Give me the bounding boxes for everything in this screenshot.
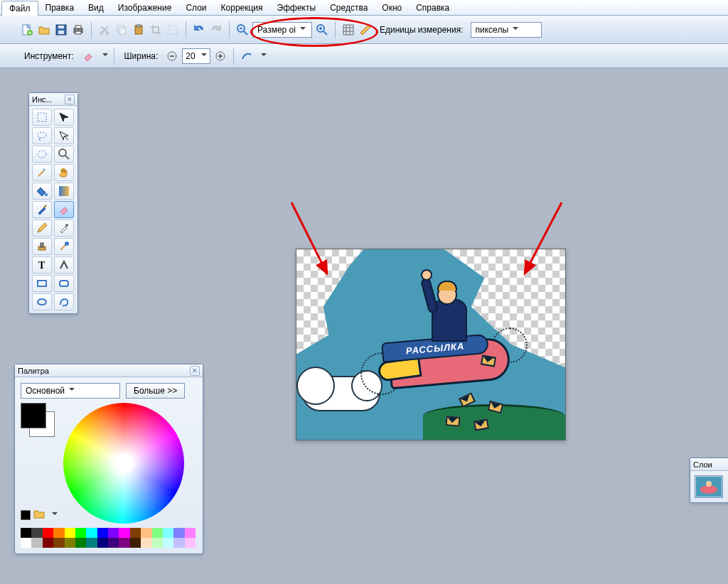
swatch-row[interactable]: [21, 528, 196, 548]
tool-eyedropper[interactable]: [54, 220, 74, 237]
swatch[interactable]: [43, 538, 53, 548]
swatch[interactable]: [31, 528, 42, 538]
swatch[interactable]: [152, 528, 163, 538]
swatch[interactable]: [86, 528, 97, 538]
tool-clone[interactable]: [32, 238, 52, 255]
mini-black-swatch[interactable]: [21, 510, 31, 520]
swatch[interactable]: [31, 538, 42, 548]
copy-icon[interactable]: [114, 23, 129, 37]
swatch[interactable]: [163, 528, 173, 538]
menu-image[interactable]: Изображение: [111, 1, 179, 15]
deselect-icon[interactable]: [166, 23, 180, 37]
zoom-in-icon[interactable]: [315, 23, 329, 37]
tool-move[interactable]: [54, 109, 74, 126]
palette-more-button[interactable]: Больше >>: [126, 383, 185, 399]
antialias-dropdown-icon[interactable]: [257, 51, 267, 61]
swatch[interactable]: [163, 538, 173, 548]
tool-eraser[interactable]: [54, 201, 74, 218]
print-icon[interactable]: [71, 23, 85, 37]
panel-close-icon[interactable]: ✕: [65, 94, 75, 104]
swatch[interactable]: [141, 538, 151, 548]
tool-rect[interactable]: [32, 275, 52, 292]
tool-zoom[interactable]: [54, 146, 74, 163]
brush-width-field[interactable]: 20: [182, 48, 210, 64]
tool-gradient[interactable]: [54, 183, 74, 200]
menu-help[interactable]: Справка: [409, 1, 456, 15]
swatch[interactable]: [173, 528, 184, 538]
swatch[interactable]: [21, 538, 31, 548]
menu-effects[interactable]: Эффекты: [270, 1, 323, 15]
new-file-icon[interactable]: [20, 23, 34, 37]
save-icon[interactable]: [54, 23, 68, 37]
swatch[interactable]: [86, 538, 97, 548]
cut-icon[interactable]: [97, 23, 112, 37]
tool-bucket[interactable]: [32, 183, 52, 200]
menu-file[interactable]: Файл: [1, 1, 38, 16]
tools-panel-header[interactable]: Инс... ✕: [29, 93, 77, 106]
palette-panel-header[interactable]: Палитра ✕: [15, 364, 203, 377]
tool-brush[interactable]: [32, 201, 52, 218]
redo-icon[interactable]: [209, 23, 223, 37]
swatch[interactable]: [119, 538, 129, 548]
tool-ellipse-select[interactable]: [32, 146, 52, 163]
swatch[interactable]: [65, 538, 75, 548]
swatch[interactable]: [152, 538, 163, 548]
swatch[interactable]: [130, 528, 141, 538]
units-combo[interactable]: пикселы: [471, 22, 542, 38]
swatch[interactable]: [173, 538, 184, 548]
swatch[interactable]: [53, 528, 64, 538]
menu-layers[interactable]: Слои: [178, 1, 213, 15]
layer-thumbnail[interactable]: [695, 475, 723, 498]
tool-roundrect[interactable]: [54, 275, 74, 292]
swatch[interactable]: [65, 528, 75, 538]
width-decrease-icon[interactable]: [165, 49, 179, 63]
menu-tools[interactable]: Средства: [323, 1, 375, 15]
tool-pencil[interactable]: [32, 220, 52, 237]
swatch[interactable]: [75, 538, 86, 548]
swatch[interactable]: [53, 538, 64, 548]
swatch[interactable]: [185, 528, 196, 538]
tool-pan[interactable]: [54, 164, 74, 181]
swatch[interactable]: [141, 528, 151, 538]
menu-view[interactable]: Вид: [81, 1, 111, 15]
swatch[interactable]: [21, 528, 31, 538]
tool-recolor[interactable]: [54, 238, 74, 255]
swatch[interactable]: [97, 528, 108, 538]
swatch[interactable]: [75, 528, 86, 538]
swatch[interactable]: [108, 538, 119, 548]
width-increase-icon[interactable]: [213, 49, 228, 63]
undo-icon[interactable]: [192, 23, 206, 37]
tool-ellipse[interactable]: [32, 293, 52, 310]
document-canvas[interactable]: РАССЫЛКА: [296, 249, 566, 440]
ruler-icon[interactable]: [358, 23, 373, 37]
color-wheel[interactable]: [63, 403, 184, 524]
crop-icon[interactable]: [149, 23, 163, 37]
current-tool-eraser-icon[interactable]: [81, 49, 95, 63]
palette-folder-icon[interactable]: [33, 508, 45, 521]
paste-icon[interactable]: [132, 23, 146, 37]
panel-close-icon[interactable]: ✕: [190, 366, 200, 376]
swatch[interactable]: [108, 528, 119, 538]
antialias-icon[interactable]: [240, 49, 254, 63]
palette-mode-combo[interactable]: Основной: [21, 383, 120, 399]
tool-magic-wand[interactable]: [32, 164, 52, 181]
swatch[interactable]: [185, 538, 196, 548]
open-file-icon[interactable]: [37, 23, 51, 37]
tool-dropdown-icon[interactable]: [98, 51, 108, 61]
zoom-level-combo[interactable]: Размер оі: [252, 22, 312, 38]
menu-window[interactable]: Окно: [375, 1, 409, 15]
tool-freeform[interactable]: [54, 293, 74, 310]
fg-bg-swatches[interactable]: [21, 403, 55, 437]
zoom-out-icon[interactable]: [235, 23, 250, 37]
tool-rect-select[interactable]: [32, 109, 52, 126]
palette-folder-dropdown[interactable]: [48, 510, 58, 520]
tool-text[interactable]: T: [32, 256, 52, 274]
swatch[interactable]: [97, 538, 108, 548]
tool-shapes[interactable]: [54, 256, 74, 274]
fg-swatch[interactable]: [21, 403, 46, 428]
grid-icon[interactable]: [341, 23, 355, 37]
swatch[interactable]: [119, 528, 129, 538]
menu-adjust[interactable]: Коррекция: [214, 1, 270, 15]
tool-move-selection[interactable]: [54, 127, 74, 144]
swatch[interactable]: [130, 538, 141, 548]
